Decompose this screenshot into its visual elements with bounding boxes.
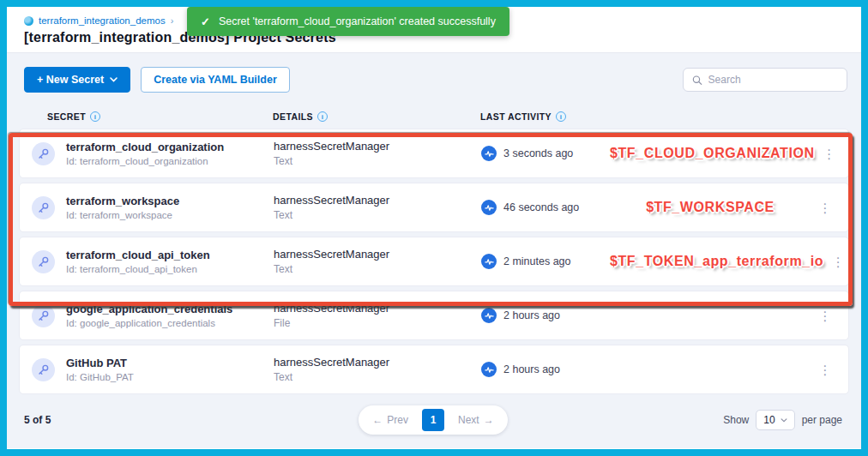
secret-row[interactable]: terraform_workspace Id: terraform_worksp… bbox=[19, 183, 849, 232]
show-label: Show bbox=[723, 414, 749, 426]
page-size-value: 10 bbox=[763, 414, 775, 426]
activity-cell: 2 hours ago bbox=[481, 362, 811, 377]
info-icon[interactable]: i bbox=[90, 111, 100, 122]
activity-cell: 2 hours ago bbox=[481, 308, 811, 323]
column-last-activity: LAST ACTIVITY i bbox=[480, 111, 811, 122]
secret-row[interactable]: terraform_cloud_organization Id: terrafo… bbox=[19, 129, 849, 178]
yaml-builder-label: Create via YAML Builder bbox=[154, 74, 277, 86]
secret-cell: terraform_cloud_organization Id: terrafo… bbox=[32, 141, 274, 166]
column-last-activity-label: LAST ACTIVITY bbox=[480, 111, 552, 122]
yaml-builder-button[interactable]: Create via YAML Builder bbox=[141, 67, 290, 93]
activity-icon bbox=[481, 146, 497, 161]
activity-icon bbox=[481, 254, 497, 269]
secret-manager: harnessSecretManager bbox=[274, 248, 481, 261]
secret-manager: harnessSecretManager bbox=[274, 302, 481, 315]
secret-type: Text bbox=[274, 371, 481, 383]
env-var-annotation: $TF_WORKSPACE bbox=[610, 200, 811, 215]
secret-key-icon bbox=[32, 358, 55, 381]
secret-cell: GitHub PAT Id: GitHub_PAT bbox=[32, 357, 274, 382]
last-activity-time: 2 hours ago bbox=[503, 309, 560, 321]
chevron-down-icon bbox=[110, 77, 118, 82]
page-size-control: Show 10 per page bbox=[671, 410, 842, 430]
content-area: + New Secret Create via YAML Builder SEC… bbox=[7, 53, 861, 448]
search-icon bbox=[692, 75, 702, 86]
info-icon[interactable]: i bbox=[317, 111, 328, 122]
column-details: DETAILS i bbox=[273, 111, 480, 122]
info-icon[interactable]: i bbox=[556, 111, 566, 122]
secret-type: Text bbox=[274, 209, 481, 221]
next-page-button[interactable]: Next → bbox=[449, 411, 503, 429]
row-menu-button[interactable]: ⋮ bbox=[815, 147, 844, 160]
secret-id: Id: GitHub_PAT bbox=[66, 372, 134, 382]
details-cell: harnessSecretManager File bbox=[274, 302, 481, 329]
column-secret-label: SECRET bbox=[47, 111, 86, 122]
last-activity-time: 2 hours ago bbox=[503, 363, 560, 375]
secret-cell: terraform_workspace Id: terraform_worksp… bbox=[32, 195, 274, 220]
secret-row[interactable]: GitHub PAT Id: GitHub_PAT harnessSecretM… bbox=[19, 345, 849, 394]
details-cell: harnessSecretManager Text bbox=[274, 248, 481, 275]
activity-cell: 3 seconds ago $TF_CLOUD_ORGANIZATION bbox=[481, 146, 815, 161]
new-secret-label: + New Secret bbox=[37, 74, 104, 86]
secret-name: google_application_credentials bbox=[66, 303, 232, 315]
last-activity-time: 3 seconds ago bbox=[503, 147, 573, 159]
search-input[interactable] bbox=[708, 74, 838, 86]
activity-cell: 2 minutes ago $TF_TOKEN_app_terraform_io bbox=[481, 254, 823, 269]
last-activity-time: 46 seconds ago bbox=[503, 201, 579, 213]
secret-name: terraform_cloud_organization bbox=[66, 141, 224, 153]
activity-icon bbox=[481, 200, 497, 215]
env-var-annotation: $TF_TOKEN_app_terraform_io bbox=[610, 254, 823, 269]
row-menu-button[interactable]: ⋮ bbox=[823, 255, 853, 268]
page-size-select[interactable]: 10 bbox=[756, 410, 794, 430]
secret-type: File bbox=[274, 317, 481, 329]
next-label: Next bbox=[458, 414, 479, 426]
secret-name: terraform_workspace bbox=[66, 195, 179, 207]
secret-key-icon bbox=[32, 250, 55, 273]
pagination-bar: 5 of 5 ← Prev 1 Next → Show 10 bbox=[24, 403, 842, 437]
secret-name: terraform_cloud_api_token bbox=[66, 249, 210, 261]
arrow-right-icon: → bbox=[484, 414, 494, 426]
toast-message: Secret 'terraform_cloud_organization' cr… bbox=[219, 15, 496, 27]
breadcrumb-separator: › bbox=[171, 15, 174, 26]
result-count: 5 of 5 bbox=[24, 414, 196, 426]
details-cell: harnessSecretManager Text bbox=[274, 194, 481, 221]
new-secret-button[interactable]: + New Secret bbox=[24, 67, 130, 93]
activity-icon bbox=[481, 362, 497, 377]
column-details-label: DETAILS bbox=[273, 111, 313, 122]
secret-type: Text bbox=[274, 155, 481, 167]
secret-name: GitHub PAT bbox=[66, 357, 134, 369]
activity-cell: 46 seconds ago $TF_WORKSPACE bbox=[481, 200, 811, 215]
app-window: terraform_integration_demos › [terraform… bbox=[0, 0, 868, 456]
arrow-left-icon: ← bbox=[372, 414, 383, 426]
project-icon bbox=[24, 16, 33, 26]
search-box[interactable] bbox=[683, 68, 847, 92]
breadcrumb-project-link[interactable]: terraform_integration_demos bbox=[39, 15, 166, 26]
secret-manager: harnessSecretManager bbox=[274, 356, 481, 369]
row-menu-button[interactable]: ⋮ bbox=[811, 309, 840, 322]
row-menu-button[interactable]: ⋮ bbox=[811, 201, 840, 214]
check-icon: ✓ bbox=[201, 15, 210, 28]
secret-key-icon bbox=[32, 196, 55, 219]
secret-manager: harnessSecretManager bbox=[274, 194, 481, 207]
details-cell: harnessSecretManager Text bbox=[274, 356, 481, 383]
secret-cell: google_application_credentials Id: googl… bbox=[32, 303, 274, 328]
per-page-label: per page bbox=[802, 414, 842, 426]
secret-cell: terraform_cloud_api_token Id: terraform_… bbox=[32, 249, 274, 274]
secret-id: Id: terraform_cloud_organization bbox=[66, 156, 224, 166]
secret-type: Text bbox=[274, 263, 481, 275]
prev-page-button[interactable]: ← Prev bbox=[364, 411, 417, 429]
secret-id: Id: terraform_workspace bbox=[66, 210, 179, 220]
success-toast: ✓ Secret 'terraform_cloud_organization' … bbox=[187, 7, 509, 36]
table-header: SECRET i DETAILS i LAST ACTIVITY i bbox=[19, 111, 849, 122]
secret-manager: harnessSecretManager bbox=[274, 140, 481, 153]
page-1-button[interactable]: 1 bbox=[422, 409, 444, 431]
secret-row[interactable]: google_application_credentials Id: googl… bbox=[19, 291, 849, 340]
secret-key-icon bbox=[32, 142, 55, 165]
secret-row[interactable]: terraform_cloud_api_token Id: terraform_… bbox=[19, 237, 849, 286]
secrets-table-body: terraform_cloud_organization Id: terrafo… bbox=[17, 129, 851, 394]
row-menu-button[interactable]: ⋮ bbox=[811, 363, 840, 376]
secret-id: Id: google_application_credentials bbox=[66, 318, 232, 328]
pager: ← Prev 1 Next → bbox=[359, 405, 507, 435]
details-cell: harnessSecretManager Text bbox=[274, 140, 481, 167]
column-secret: SECRET i bbox=[31, 111, 273, 122]
secret-key-icon bbox=[32, 304, 55, 327]
